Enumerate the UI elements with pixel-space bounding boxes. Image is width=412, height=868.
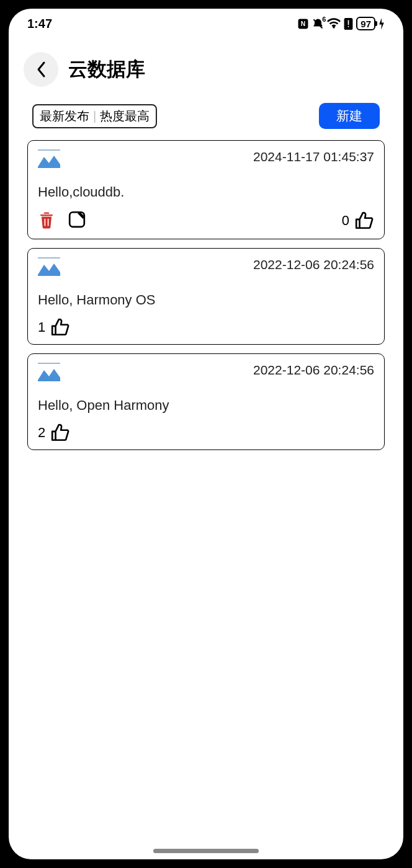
new-button[interactable]: 新建 <box>319 103 380 129</box>
card-footer: 0 <box>38 210 374 231</box>
like-count: 2 <box>38 425 45 441</box>
thumbs-up-icon <box>50 318 70 337</box>
app-header: 云数据库 <box>9 38 403 98</box>
image-placeholder-icon <box>38 257 60 278</box>
svg-rect-6 <box>38 149 60 151</box>
record-card[interactable]: 2022-12-06 20:24:56 Hello, Harmony OS 1 <box>27 248 385 345</box>
home-indicator[interactable] <box>153 849 259 853</box>
edit-button[interactable] <box>68 210 86 231</box>
record-card[interactable]: 2022-12-06 20:24:56 Hello, Open Harmony … <box>27 353 385 450</box>
like-count: 1 <box>38 319 45 335</box>
wifi-icon: 6 <box>327 18 341 30</box>
card-header: 2022-12-06 20:24:56 <box>38 363 374 384</box>
card-header: 2024-11-17 01:45:37 <box>38 149 374 170</box>
thumbs-up-icon <box>354 211 374 230</box>
alert-icon <box>344 18 353 30</box>
svg-rect-8 <box>48 219 49 226</box>
device-frame: 1:47 N 6 97 <box>0 0 412 868</box>
back-button[interactable] <box>24 52 58 87</box>
record-timestamp: 2022-12-06 20:24:56 <box>253 257 374 272</box>
page-title: 云数据库 <box>68 56 145 82</box>
svg-rect-10 <box>38 257 60 259</box>
card-footer: 1 <box>38 318 374 337</box>
records-list: 2024-11-17 01:45:37 Hello,clouddb. 0 <box>9 140 403 450</box>
like-button[interactable]: 0 <box>342 211 374 230</box>
toolbar: 最新发布 | 热度最高 新建 <box>9 98 403 140</box>
battery-indicator: 97 <box>356 17 375 30</box>
svg-rect-7 <box>45 219 46 226</box>
record-content: Hello, Open Harmony <box>38 397 374 414</box>
card-header: 2022-12-06 20:24:56 <box>38 257 374 278</box>
charging-icon <box>378 18 385 30</box>
sort-divider: | <box>93 109 96 123</box>
delete-button[interactable] <box>38 210 55 231</box>
record-card[interactable]: 2024-11-17 01:45:37 Hello,clouddb. 0 <box>27 140 385 239</box>
record-timestamp: 2024-11-17 01:45:37 <box>253 149 374 164</box>
svg-rect-4 <box>348 20 349 25</box>
screen: 1:47 N 6 97 <box>9 9 403 859</box>
record-content: Hello,clouddb. <box>38 184 374 200</box>
status-time: 1:47 <box>27 17 52 31</box>
sort-hottest-label: 热度最高 <box>100 108 150 125</box>
sort-toggle[interactable]: 最新发布 | 热度最高 <box>32 104 157 128</box>
record-content: Hello, Harmony OS <box>38 292 374 308</box>
like-count: 0 <box>342 213 349 229</box>
trash-icon <box>38 210 55 229</box>
svg-rect-5 <box>348 25 349 27</box>
sort-newest-label: 最新发布 <box>40 108 89 125</box>
like-button[interactable]: 1 <box>38 318 70 337</box>
svg-rect-11 <box>38 363 60 364</box>
svg-text:N: N <box>301 20 305 27</box>
edit-icon <box>68 210 86 229</box>
status-bar: 1:47 N 6 97 <box>9 9 403 38</box>
image-placeholder-icon <box>38 363 60 384</box>
nfc-icon: N <box>297 18 309 30</box>
chevron-left-icon <box>35 61 47 78</box>
status-indicators: N 6 97 <box>297 17 385 30</box>
thumbs-up-icon <box>50 423 70 442</box>
image-placeholder-icon <box>38 149 60 170</box>
like-button[interactable]: 2 <box>38 423 70 442</box>
card-footer: 2 <box>38 423 374 442</box>
record-timestamp: 2022-12-06 20:24:56 <box>253 363 374 378</box>
